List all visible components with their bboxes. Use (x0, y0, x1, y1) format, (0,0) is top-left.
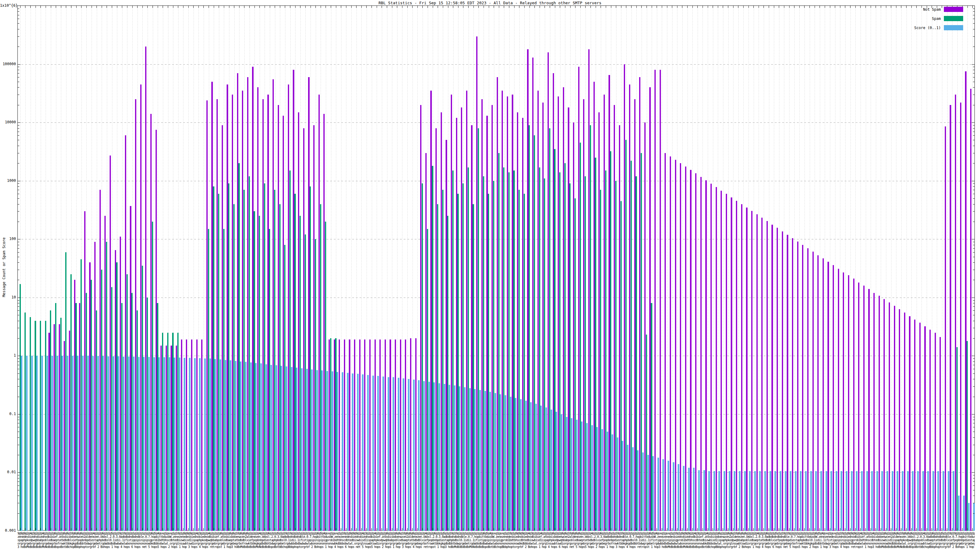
bar-not-spam (558, 97, 559, 531)
bar-not-spam (303, 128, 304, 531)
bar-score-0-1- (754, 471, 756, 531)
x-gridline (835, 6, 835, 530)
y-minor-tick-left (18, 140, 19, 140)
x-gridline (861, 6, 861, 530)
y-minor-tick-left (18, 373, 19, 374)
bar-not-spam (339, 340, 340, 531)
x-gridline (815, 6, 815, 530)
bar-not-spam (323, 114, 325, 531)
bar-not-spam (272, 79, 274, 531)
y-tick-label: 0.1 (0, 412, 16, 416)
y-minor-tick-right (973, 95, 975, 95)
bar-not-spam (909, 316, 910, 531)
bar-not-spam (512, 95, 513, 531)
bar-score-0-1- (82, 356, 84, 531)
bar-score-0-1- (790, 471, 791, 531)
bar-score-0-1- (683, 466, 684, 531)
bar-not-spam (84, 211, 86, 531)
y-minor-tick-right (973, 257, 975, 257)
bar-not-spam (354, 340, 355, 531)
bar-not-spam (125, 135, 126, 531)
bar-score-0-1- (372, 376, 374, 531)
bar-spam (427, 229, 428, 531)
bar-not-spam (369, 340, 371, 531)
bar-not-spam (502, 91, 503, 531)
y-minor-tick-right (973, 262, 975, 263)
bar-not-spam (232, 95, 233, 531)
bar-score-0-1- (108, 356, 109, 531)
x-gridline (728, 6, 729, 530)
bar-not-spam (726, 194, 727, 531)
x-gridline (718, 6, 718, 530)
bar-not-spam (665, 153, 666, 531)
bar-spam (498, 153, 500, 531)
y-minor-tick-right (973, 306, 975, 307)
bar-score-0-1- (907, 471, 908, 531)
bar-score-0-1- (169, 357, 170, 531)
bar-score-0-1- (923, 471, 924, 531)
bar-score-0-1- (87, 356, 89, 531)
bar-spam (147, 297, 148, 531)
bar-score-0-1- (795, 471, 797, 531)
bar-not-spam (176, 346, 177, 531)
bar-not-spam (145, 46, 146, 531)
bar-spam (137, 310, 138, 531)
bar-not-spam (430, 91, 431, 531)
bar-not-spam (196, 340, 197, 531)
bar-not-spam (940, 337, 941, 531)
bar-spam (131, 293, 133, 531)
bar-spam (45, 321, 46, 531)
y-minor-tick-right (973, 67, 975, 67)
y-major-tick-left (18, 239, 21, 240)
x-gridline (947, 6, 948, 530)
bar-score-0-1- (428, 382, 430, 531)
x-tick-label-row: 9@9@9@2@4@3@2@2@4@2@2@2@6@2@2@6@6@10@6@6… (18, 532, 975, 535)
bar-spam (463, 183, 464, 531)
x-gridline (937, 6, 937, 530)
bar-not-spam (100, 190, 101, 531)
y-minor-tick-left (18, 513, 19, 514)
x-gridline (769, 6, 769, 530)
bar-score-0-1- (622, 441, 623, 531)
y-minor-tick-left (18, 280, 19, 280)
bar-not-spam (507, 97, 508, 531)
bar-spam (279, 204, 280, 531)
x-tick-label-row: zenedesbiednobiednodbibief.atbsbisbdoenw… (18, 535, 975, 538)
bar-spam (96, 310, 97, 531)
bar-not-spam (456, 118, 457, 531)
bar-not-spam (48, 333, 49, 531)
x-gridline (667, 6, 667, 530)
bar-score-0-1- (846, 471, 847, 531)
bar-spam (452, 170, 453, 531)
bar-score-0-1- (866, 471, 868, 531)
bar-not-spam (135, 99, 136, 531)
y-minor-tick-left (18, 163, 19, 164)
bar-not-spam (767, 221, 768, 531)
legend-label: Not Spam (923, 7, 941, 12)
y-gridline (18, 64, 975, 65)
x-gridline (962, 6, 963, 530)
bar-spam (310, 186, 311, 531)
bar-not-spam (858, 283, 859, 531)
legend-swatch (944, 16, 963, 21)
bar-not-spam (201, 340, 202, 531)
y-minor-tick-left (18, 186, 19, 187)
bar-score-0-1- (744, 471, 746, 531)
y-major-tick-right (972, 181, 975, 181)
bar-spam (519, 190, 520, 531)
bar-not-spam (649, 87, 651, 531)
y-minor-tick-left (18, 437, 19, 438)
x-gridline (402, 6, 402, 530)
bar-score-0-1- (693, 468, 695, 531)
bar-score-0-1- (382, 376, 384, 531)
bar-not-spam (252, 67, 253, 531)
bar-not-spam (492, 105, 493, 531)
bar-score-0-1- (439, 383, 440, 531)
bar-score-0-1- (729, 471, 730, 531)
bar-score-0-1- (62, 356, 63, 531)
bar-score-0-1- (861, 471, 863, 531)
bar-spam (524, 194, 525, 531)
bar-spam (641, 153, 642, 531)
y-minor-tick-left (18, 87, 19, 87)
bar-spam (468, 167, 469, 531)
